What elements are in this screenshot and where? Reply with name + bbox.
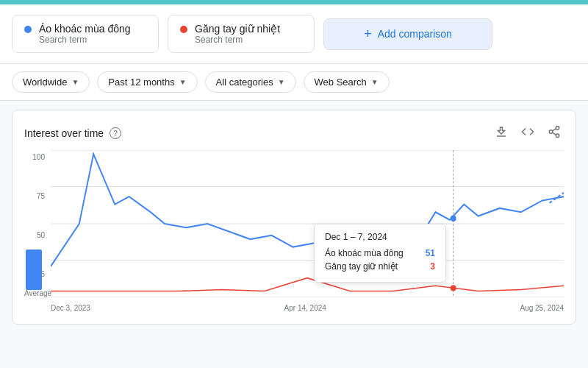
term-info-1: Áo khoác mùa đông Search term — [39, 23, 131, 45]
term-dot-2 — [180, 26, 187, 33]
chevron-down-icon-1: ▼ — [179, 78, 187, 86]
term-dot-1 — [24, 26, 32, 33]
svg-point-0 — [556, 127, 559, 130]
svg-point-2 — [556, 134, 559, 138]
term-name-2: Găng tay giữ nhiệt — [195, 23, 280, 35]
term-type-1: Search term — [39, 35, 131, 45]
share-icon[interactable] — [545, 122, 564, 144]
filters-bar: Worldwide ▼ Past 12 months ▼ All categor… — [0, 64, 588, 101]
chart-area: 100 75 50 25 Average — [24, 150, 564, 312]
term-card-2[interactable]: Găng tay giữ nhiệt Search term — [168, 15, 315, 53]
download-icon[interactable] — [492, 122, 511, 144]
chart-container — [51, 150, 564, 297]
svg-point-13 — [451, 285, 456, 291]
filter-worldwide[interactable]: Worldwide ▼ — [12, 71, 90, 93]
chevron-down-icon-3: ▼ — [371, 78, 379, 86]
chevron-down-icon-2: ▼ — [278, 78, 285, 86]
tooltip-val-2: 3 — [430, 261, 435, 272]
help-icon[interactable]: ? — [110, 127, 121, 139]
x-label-0: Dec 3, 2023 — [51, 304, 90, 312]
tooltip-row-2: Găng tay giữ nhiệt 3 — [325, 261, 435, 272]
y-label-75: 75 — [24, 192, 45, 200]
y-label-50: 50 — [24, 231, 45, 239]
tooltip-row-1: Áo khoác mùa đông 51 — [325, 248, 435, 258]
filter-search-type-label: Web Search — [315, 77, 367, 88]
svg-point-1 — [549, 130, 553, 134]
interest-over-time-card: Interest over time ? — [12, 110, 576, 325]
x-labels: Dec 3, 2023 Apr 14, 2024 Aug 25, 2024 — [51, 304, 564, 312]
section-title: Interest over time ? — [24, 127, 121, 139]
svg-line-4 — [552, 129, 556, 131]
average-bar — [26, 250, 42, 290]
term-name-1: Áo khoác mùa đông — [39, 23, 131, 35]
plus-icon: + — [364, 26, 372, 42]
term-type-2: Search term — [195, 35, 280, 45]
x-label-2: Aug 25, 2024 — [520, 304, 564, 312]
embed-icon[interactable] — [518, 122, 537, 144]
add-comparison-button[interactable]: + Add comparison — [323, 18, 492, 50]
chevron-down-icon-0: ▼ — [71, 78, 79, 86]
filter-worldwide-label: Worldwide — [23, 77, 67, 88]
tooltip-date: Dec 1 – 7, 2024 — [325, 232, 435, 242]
add-comparison-label: Add comparison — [378, 28, 452, 40]
term-info-2: Găng tay giữ nhiệt Search term — [195, 23, 280, 45]
x-label-1: Apr 14, 2024 — [284, 304, 326, 312]
average-label: Average — [24, 289, 51, 297]
tooltip-val-1: 51 — [426, 248, 435, 258]
filter-time-range-label: Past 12 months — [108, 77, 174, 88]
tooltip-term-2: Găng tay giữ nhiệt — [325, 261, 398, 272]
term-card-1[interactable]: Áo khoác mùa đông Search term — [12, 15, 159, 53]
section-actions — [492, 122, 564, 144]
tooltip-box: Dec 1 – 7, 2024 Áo khoác mùa đông 51 Găn… — [314, 224, 446, 283]
filter-categories-label: All categories — [216, 77, 273, 88]
section-header: Interest over time ? — [24, 122, 564, 144]
filter-categories[interactable]: All categories ▼ — [205, 71, 296, 93]
chart-svg — [51, 150, 564, 297]
svg-point-12 — [451, 215, 456, 221]
section-title-text: Interest over time — [24, 127, 104, 139]
svg-line-3 — [552, 132, 556, 135]
search-terms-section: Áo khoác mùa đông Search term Găng tay g… — [0, 4, 588, 64]
tooltip-term-1: Áo khoác mùa đông — [325, 248, 404, 258]
filter-search-type[interactable]: Web Search ▼ — [304, 71, 390, 93]
filter-time-range[interactable]: Past 12 months ▼ — [97, 71, 197, 93]
y-label-100: 100 — [24, 153, 45, 161]
